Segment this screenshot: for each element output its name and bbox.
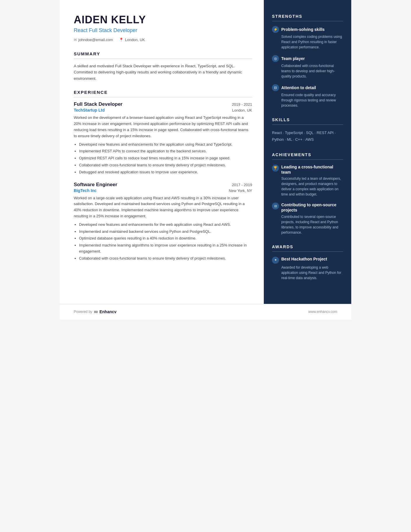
- bullet-1-5: Debugged and resolved application issues…: [79, 169, 252, 175]
- bullet-2-2: Implemented and maintained backend servi…: [79, 229, 252, 235]
- exp-location-2: New York, NY: [229, 189, 252, 193]
- skills-section: SKILLS React · TypeScript · SQL · REST A…: [272, 117, 343, 143]
- achievement-title-1: Leading a cross-functional team: [281, 164, 343, 175]
- exp-company-2: BigTech Inc: [74, 188, 96, 193]
- experience-title: EXPERIENCE: [74, 90, 252, 97]
- achievement-header-1: 🏆 Leading a cross-functional team: [272, 164, 343, 175]
- enhancv-logo-icon: ∞: [94, 309, 98, 315]
- award-header-1: ✦ Best Hackathon Project: [272, 256, 343, 264]
- left-column: AIDEN KELLY React Full Stack Developer ✉…: [60, 0, 264, 304]
- achievement-desc-1: Successfully led a team of developers, d…: [272, 176, 343, 197]
- achievement-title-2: Contributing to open-source projects: [281, 202, 343, 213]
- candidate-name: AIDEN KELLY: [74, 14, 252, 26]
- strength-title-2: Team player: [281, 56, 305, 61]
- achievement-header-2: ⊟ Contributing to open-source projects: [272, 202, 343, 213]
- location-contact: 📍 London, UK: [119, 38, 145, 42]
- strength-desc-2: Collaborated with cross-functional teams…: [272, 63, 343, 79]
- email-icon: ✉: [74, 38, 77, 42]
- achievements-section: ACHIEVEMENTS 🏆 Leading a cross-functiona…: [272, 152, 343, 235]
- summary-section: SUMMARY A skilled and motivated Full Sta…: [74, 51, 252, 82]
- right-column: STRENGTHS ⚡ Problem-solving skills Solve…: [264, 0, 351, 304]
- exp-bullets-1: Developed new features and enhancements …: [74, 142, 252, 175]
- enhancv-logo-text: Enhancv: [99, 309, 116, 314]
- footer-logo: Powered by ∞ Enhancv: [74, 309, 117, 315]
- footer-website: www.enhancv.com: [308, 310, 337, 314]
- location-icon: 📍: [119, 38, 124, 42]
- strength-item-2: ◎ Team player Collaborated with cross-fu…: [272, 55, 343, 79]
- strength-icon-2: ◎: [272, 55, 279, 62]
- contact-line: ✉ johndoe@email.com 📍 London, UK: [74, 38, 252, 42]
- exp-entry-2: Software Engineer 2017 - 2019 BigTech In…: [74, 182, 252, 262]
- email-text: johndoe@email.com: [78, 38, 113, 42]
- achievement-icon-1: 🏆: [272, 165, 279, 172]
- bullet-2-4: Implemented machine learning algorithms …: [79, 242, 252, 255]
- exp-company-row-1: TechStartup Ltd London, UK: [74, 108, 252, 112]
- powered-by-label: Powered by: [74, 310, 92, 314]
- award-item-1: ✦ Best Hackathon Project Awarded for dev…: [272, 256, 343, 281]
- exp-role-1: Full Stack Developer: [74, 101, 122, 107]
- header: AIDEN KELLY React Full Stack Developer ✉…: [74, 14, 252, 42]
- exp-desc-2: Worked on a large-scale web application …: [74, 195, 252, 219]
- bullet-1-4: Collaborated with cross-functional teams…: [79, 162, 252, 168]
- strength-header-3: ⊟ Attention to detail: [272, 84, 343, 91]
- award-icon-1: ✦: [272, 257, 279, 264]
- achievement-item-1: 🏆 Leading a cross-functional team Succes…: [272, 164, 343, 197]
- awards-title: AWARDS: [272, 244, 343, 252]
- bullet-1-3: Optimized REST API calls to reduce load …: [79, 155, 252, 161]
- achievement-item-2: ⊟ Contributing to open-source projects C…: [272, 202, 343, 235]
- strength-desc-3: Ensured code quality and accuracy throug…: [272, 92, 343, 108]
- strength-item-3: ⊟ Attention to detail Ensured code quali…: [272, 84, 343, 108]
- skills-title: SKILLS: [272, 117, 343, 125]
- strength-desc-1: Solved complex coding problems using Rea…: [272, 34, 343, 50]
- exp-location-1: London, UK: [232, 108, 252, 112]
- strength-header-1: ⚡ Problem-solving skills: [272, 26, 343, 33]
- exp-header-1: Full Stack Developer 2019 - 2021: [74, 101, 252, 107]
- bullet-2-1: Developed new features and enhancements …: [79, 222, 252, 228]
- resume: AIDEN KELLY React Full Stack Developer ✉…: [60, 0, 351, 320]
- bullet-1-1: Developed new features and enhancements …: [79, 142, 252, 148]
- awards-section: AWARDS ✦ Best Hackathon Project Awarded …: [272, 244, 343, 281]
- exp-entry-1: Full Stack Developer 2019 - 2021 TechSta…: [74, 101, 252, 175]
- strengths-title: STRENGTHS: [272, 14, 343, 21]
- strength-item-1: ⚡ Problem-solving skills Solved complex …: [272, 26, 343, 50]
- exp-company-row-2: BigTech Inc New York, NY: [74, 188, 252, 193]
- exp-role-2: Software Engineer: [74, 182, 117, 188]
- skills-text: React · TypeScript · SQL · REST API · Py…: [272, 129, 343, 143]
- exp-dates-1: 2019 - 2021: [232, 102, 252, 107]
- bullet-1-2: Implemented REST APIs to connect the app…: [79, 148, 252, 154]
- achievement-icon-2: ⊟: [272, 202, 279, 209]
- achievement-desc-2: Contributed to several open-source proje…: [272, 214, 343, 235]
- exp-header-2: Software Engineer 2017 - 2019: [74, 182, 252, 188]
- footer: Powered by ∞ Enhancv www.enhancv.com: [60, 304, 351, 320]
- strength-icon-1: ⚡: [272, 26, 279, 33]
- bullet-2-5: Collaborated with cross-functional teams…: [79, 256, 252, 262]
- achievements-title: ACHIEVEMENTS: [272, 152, 343, 160]
- job-title: React Full Stack Developer: [74, 27, 252, 34]
- summary-text: A skilled and motivated Full Stack Devel…: [74, 63, 252, 82]
- exp-desc-1: Worked on the development of a browser-b…: [74, 115, 252, 139]
- bullet-2-3: Optimized database queries resulting in …: [79, 235, 252, 242]
- award-title-1: Best Hackathon Project: [281, 256, 327, 262]
- strength-title-1: Problem-solving skills: [281, 27, 325, 32]
- exp-dates-2: 2017 - 2019: [232, 183, 252, 187]
- strength-icon-3: ⊟: [272, 84, 279, 91]
- experience-section: EXPERIENCE Full Stack Developer 2019 - 2…: [74, 90, 252, 261]
- award-desc-1: Awarded for developing a web application…: [272, 265, 343, 281]
- strength-header-2: ◎ Team player: [272, 55, 343, 62]
- strengths-section: STRENGTHS ⚡ Problem-solving skills Solve…: [272, 14, 343, 108]
- summary-title: SUMMARY: [74, 51, 252, 59]
- location-text: London, UK: [125, 38, 145, 42]
- email-contact: ✉ johndoe@email.com: [74, 38, 113, 42]
- strength-title-3: Attention to detail: [281, 85, 316, 90]
- exp-bullets-2: Developed new features and enhancements …: [74, 222, 252, 262]
- exp-company-1: TechStartup Ltd: [74, 108, 105, 112]
